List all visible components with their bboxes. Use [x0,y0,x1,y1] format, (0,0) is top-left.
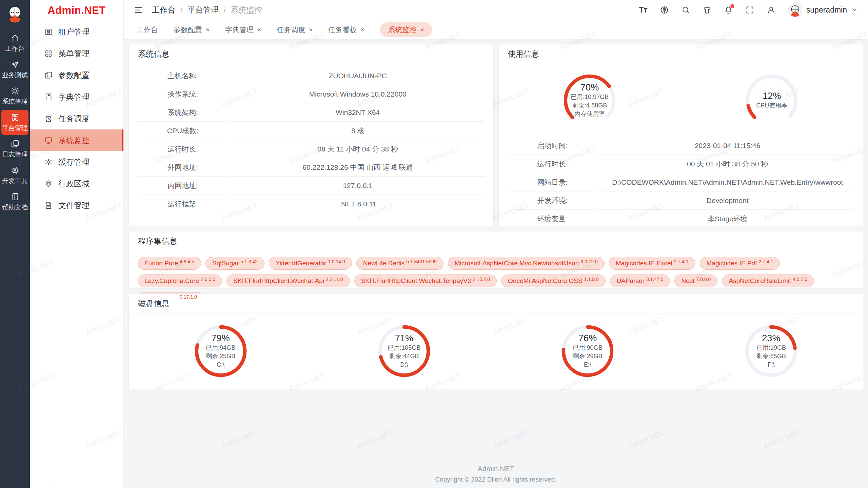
grid-icon [11,113,20,122]
table-row: 运行框架:.NET 6.0.11 [138,195,485,213]
row-label: 操作系统: [138,85,228,103]
gauge-used: 已用:90GB [550,344,625,352]
sidebar-item-cache-mgmt[interactable]: 缓存管理 [30,151,123,173]
gauge-line: 剩余:4.88GB [552,101,627,110]
book-icon [44,93,53,101]
tab-task-board[interactable]: 任务看板× [328,25,364,35]
grid-icon [44,49,53,58]
footer-copyright: Copyright © 2022 Dilon All rights reserv… [129,476,863,483]
rail-item-label: 帮助文档 [2,203,28,212]
system-info-card: 系统信息 主机名称:ZUOHUAIJUN-PC 操作系统:Microsoft W… [129,44,494,226]
rail-item-label: 平台管理 [2,124,28,133]
collapse-menu-button[interactable] [134,5,143,15]
tag-version: 2.15.2.0 [473,277,490,282]
tag-version: 4.8.4.5 [180,259,194,264]
assembly-tag: AspNetCoreRateLimit4.0.2.0 [722,274,814,287]
theme-shirt-icon[interactable] [703,5,712,15]
fullscreen-icon[interactable] [745,5,754,15]
app-logo-mascot[interactable] [4,3,25,25]
tab-close-icon[interactable]: × [420,26,424,33]
copy-docs-icon [44,71,53,80]
table-row: 开发环境:Development [508,191,854,210]
font-size-icon[interactable]: Tт [639,5,647,15]
row-label: 启动时间: [508,137,598,155]
gauge-drive: D:\ [367,361,441,369]
table-row: 系统架构:Win32NT X64 [138,103,485,122]
rail-item-workbench[interactable]: 工作台 [1,30,28,56]
notification-bell-icon[interactable] [724,5,733,15]
rail-item-dev-tools[interactable]: 开发工具 [1,163,28,188]
user-menu[interactable]: superadmin [788,3,858,17]
tab-task-schedule[interactable]: 任务调度× [277,25,313,35]
rail-item-help-docs[interactable]: 帮助文档 [1,189,28,214]
rail-item-label: 开发工具 [2,177,28,185]
table-row: 环境变量:非Stage环境 [508,210,854,228]
user-profile-icon[interactable] [767,5,776,15]
row-label: 外网地址: [138,158,228,177]
gauge-free: 剩余:65GB [734,352,808,361]
tab-close-icon[interactable]: × [206,26,210,33]
tab-workbench[interactable]: 工作台 [137,25,158,35]
sidebar-item-tenant-mgmt[interactable]: 租户管理 [30,21,123,43]
tag-version: 6.0.12.0 [580,259,598,264]
rail-item-system-mgmt[interactable]: 系统管理 [1,83,28,108]
tag-name: SKIT.FlurlHttpClient.Wechat.Api [233,277,324,285]
sidebar-item-label: 文件管理 [58,200,90,211]
sidebar-item-dict-mgmt[interactable]: 字典管理 [30,86,123,108]
tab-system-monitor[interactable]: 系统监控× [380,22,432,37]
tab-close-icon[interactable]: × [360,26,364,33]
card-title: 磁盘信息 [129,294,863,313]
rail-item-log-mgmt[interactable]: 日志管理 [1,136,28,161]
tab-dict-mgmt[interactable]: 字典管理× [225,25,261,35]
system-info-table: 主机名称:ZUOHUAIJUN-PC 操作系统:Microsoft Window… [129,64,493,213]
gauge-percent: 70% [552,82,627,93]
gauge-drive: E:\ [550,361,625,369]
gauge-percent: 23% [734,333,808,344]
sidebar-item-task-schedule[interactable]: 任务调度 [30,108,123,129]
sidebar-item-system-monitor[interactable]: 系统监控 [30,129,123,151]
row-value: 00 天 01 小时 38 分 50 秒 [601,155,854,173]
assembly-tag: Furion.Pure4.8.4.5 [138,257,201,270]
sidebar-item-file-mgmt[interactable]: 文件管理 [30,195,123,216]
rail-item-platform-mgmt[interactable]: 平台管理 [1,110,28,135]
disk-gauges: 79% 已用:94GB 剩余:25GB C:\ 71% 已用:105GB 剩余:… [129,313,863,389]
sidebar-item-menu-mgmt[interactable]: 菜单管理 [30,43,123,64]
assembly-tag: NewLife.Redis5.1.8401.5009 [356,257,443,270]
gauge-used: 已用:94GB [183,344,258,352]
row-label: 运行时长: [138,140,228,158]
row-value: 08 天 11 小时 04 分 38 秒 [231,140,485,158]
tag-name: Magicodes.IE.Excel [616,260,672,267]
table-row: 启动时间:2023-01-04 11:15:46 [508,137,854,155]
tab-close-icon[interactable]: × [309,26,313,33]
tag-version: 0.17.1.0 [180,294,197,300]
tag-name: Furion.Pure [144,260,178,267]
breadcrumb-item[interactable]: 工作台 [152,5,175,15]
username-label: superadmin [806,5,847,15]
gauge-used: 已用:105GB [367,344,441,352]
sidebar-item-param-config[interactable]: 参数配置 [30,64,123,86]
row-value: .NET 6.0.11 [231,195,485,213]
sidebar-item-admin-region[interactable]: 行政区域 [30,173,123,195]
tab-close-icon[interactable]: × [257,26,261,33]
gauge-free: 剩余:29GB [550,352,625,361]
app-logo-text[interactable]: Admin.NET [30,0,123,21]
sidebar-item-label: 任务调度 [58,114,90,124]
gauge-percent: 71% [367,333,441,344]
tag-version: 4.0.2.0 [793,277,807,282]
disk-info-card: 磁盘信息 79% 已用:94GB 剩余:25GB C:\ [129,293,863,389]
rail-item-business-test[interactable]: 业务测试 [1,57,28,82]
usage-info-card: 使用信息 70% 已用:10.97GB 剩余:4.88GB 内存使用率 [498,44,864,226]
footer-title: Admin.NET [129,465,863,473]
breadcrumb-item[interactable]: 平台管理 [188,5,219,15]
tab-param-config[interactable]: 参数配置× [174,25,210,35]
assembly-tag: UAParser3.1.47.0 [610,274,670,287]
assembly-tag: Yitter.IdGenerator1.0.14.0 [269,257,352,270]
search-icon[interactable] [681,5,690,15]
disk-gauge-text: 79% 已用:94GB 剩余:25GB C:\ [183,333,258,369]
header-actions: Tт [639,3,858,17]
language-icon[interactable] [660,5,669,15]
assemblies-card: 程序集信息 Furion.Pure4.8.4.5 SqlSugar5.1.3.4… [129,231,863,289]
row-value: Win32NT X64 [231,103,485,122]
avatar-mascot-icon [788,3,802,17]
tag-version: 3.1.47.0 [646,277,664,282]
